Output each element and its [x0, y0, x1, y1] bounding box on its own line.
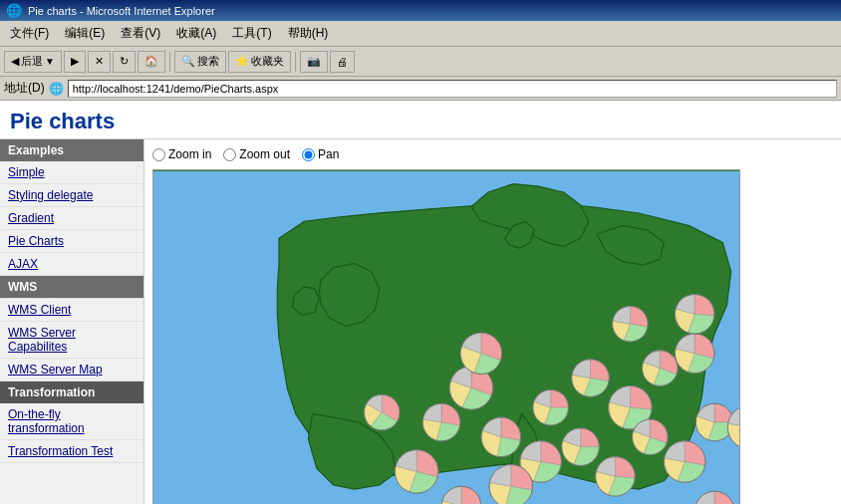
- favorites-button[interactable]: ⭐ 收藏夹: [228, 51, 291, 73]
- window-title: Pie charts - Microsoft Internet Explorer: [28, 5, 215, 17]
- menu-file[interactable]: 文件(F): [4, 23, 55, 44]
- back-arrow-icon: ◀: [11, 55, 19, 68]
- sidebar-item-transformation-test[interactable]: Transformation Test: [0, 440, 143, 463]
- forward-button[interactable]: ▶: [64, 51, 86, 73]
- menu-edit[interactable]: 编辑(E): [59, 23, 111, 44]
- sidebar-item-ajax[interactable]: AJAX: [0, 253, 143, 276]
- back-button[interactable]: ◀ 后退 ▼: [4, 51, 62, 73]
- address-bar: 地址(D) 🌐: [0, 77, 841, 101]
- forward-arrow-icon: ▶: [71, 55, 79, 68]
- europe-map: [153, 170, 739, 504]
- menu-help[interactable]: 帮助(H): [282, 23, 335, 44]
- search-icon: 🔍: [181, 55, 195, 68]
- sidebar-item-styling[interactable]: Styling delegate: [0, 184, 143, 207]
- zoom-out-radio-label[interactable]: Zoom out: [223, 147, 290, 161]
- content-layout: Examples Simple Styling delegate Gradien…: [0, 139, 841, 504]
- zoom-in-radio[interactable]: [152, 148, 165, 161]
- back-dropdown-icon: ▼: [45, 56, 55, 67]
- menu-bar: 文件(F) 编辑(E) 查看(V) 收藏(A) 工具(T) 帮助(H): [0, 21, 841, 47]
- media-button[interactable]: 📷: [300, 51, 328, 73]
- browser-icon: 🌐: [6, 3, 22, 18]
- toolbar: ◀ 后退 ▼ ▶ ✕ ↻ 🏠 🔍 搜索 ⭐ 收藏夹 📷 🖨: [0, 47, 841, 77]
- stop-button[interactable]: ✕: [88, 51, 111, 73]
- zoom-in-radio-label[interactable]: Zoom in: [152, 147, 211, 161]
- search-button[interactable]: 🔍 搜索: [174, 51, 226, 73]
- sidebar-item-simple[interactable]: Simple: [0, 161, 143, 184]
- sidebar-item-wms-server-cap[interactable]: WMS Server Capabilites: [0, 322, 143, 359]
- browser-small-icon: 🌐: [49, 82, 64, 96]
- home-button[interactable]: 🏠: [138, 51, 165, 73]
- pan-radio[interactable]: [302, 148, 315, 161]
- map-container[interactable]: [152, 169, 740, 504]
- star-icon: ⭐: [235, 55, 249, 68]
- pan-radio-label[interactable]: Pan: [302, 147, 339, 161]
- sidebar-item-wms[interactable]: WMS: [0, 276, 143, 299]
- sidebar-item-gradient[interactable]: Gradient: [0, 207, 143, 230]
- menu-favorites[interactable]: 收藏(A): [170, 23, 222, 44]
- menu-view[interactable]: 查看(V): [115, 23, 166, 44]
- sidebar-item-wms-server-map[interactable]: WMS Server Map: [0, 359, 143, 381]
- controls: Zoom in Zoom out Pan: [152, 147, 833, 161]
- examples-header: Examples: [0, 139, 143, 161]
- zoom-out-radio[interactable]: [223, 148, 236, 161]
- sidebar: Examples Simple Styling delegate Gradien…: [0, 139, 144, 504]
- menu-tools[interactable]: 工具(T): [226, 23, 277, 44]
- title-bar: 🌐 Pie charts - Microsoft Internet Explor…: [0, 0, 841, 21]
- print-button[interactable]: 🖨: [330, 51, 355, 73]
- address-label: 地址(D): [4, 80, 45, 97]
- sidebar-item-on-the-fly[interactable]: On-the-fly transformation: [0, 403, 143, 440]
- separator-2: [295, 52, 296, 72]
- transformation-header: Transformation: [0, 381, 143, 403]
- refresh-button[interactable]: ↻: [113, 51, 136, 73]
- main-content: Zoom in Zoom out Pan: [144, 139, 841, 504]
- page-title: Pie charts: [0, 101, 841, 139]
- sidebar-item-wms-client[interactable]: WMS Client: [0, 299, 143, 322]
- separator-1: [169, 52, 170, 72]
- sidebar-item-piecharts[interactable]: Pie Charts: [0, 230, 143, 253]
- address-input[interactable]: [68, 80, 837, 98]
